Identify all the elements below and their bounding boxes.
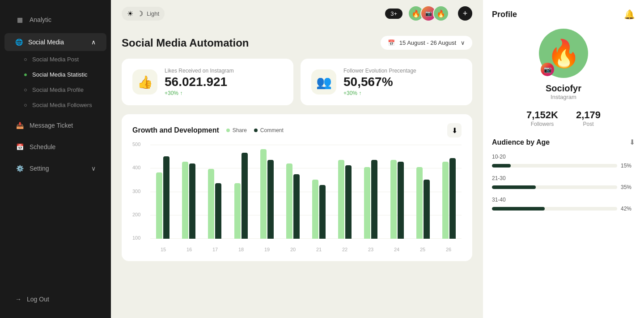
sidebar-subitem-social-media-profile[interactable]: Social Media Profile xyxy=(13,82,106,97)
chevron-down-icon: ∨ xyxy=(461,39,465,46)
bell-icon[interactable]: 🔔 xyxy=(624,9,635,20)
right-panel: Profile 🔔 🔥 📷 Sociofyr Instagram 7,152K … xyxy=(483,0,644,318)
moon-icon[interactable]: ☽ xyxy=(137,9,143,18)
theme-toggle[interactable]: ☀ ☽ Light xyxy=(122,7,165,21)
theme-label: Light xyxy=(147,10,159,17)
audience-section: Audience by Age ⬇ 10-20 15% 21-30 35% 31… xyxy=(492,138,635,218)
legend-share-label: Share xyxy=(233,127,247,133)
avatar: 🔥 📷 xyxy=(539,29,588,78)
chevron-up-icon: ∧ xyxy=(91,39,96,46)
bar-comment xyxy=(424,180,430,239)
sidebar-item-analytic[interactable]: ▦ Analytic xyxy=(4,10,106,30)
stat-post: 2,179 Post xyxy=(576,109,601,127)
legend-share: Share xyxy=(226,127,247,133)
sun-icon[interactable]: ☀ xyxy=(127,9,133,18)
chart-legend: Share Comment xyxy=(226,127,284,133)
sidebar-item-schedule[interactable]: 📅 Schedule xyxy=(4,137,106,157)
sidebar-item-setting[interactable]: ⚙️ Setting ∨ xyxy=(4,159,106,178)
bar-comment xyxy=(163,156,169,239)
age-pct-label: 35% xyxy=(621,184,635,190)
sidebar-subitem-social-media-post[interactable]: Social Media Post xyxy=(13,52,106,67)
bar-group xyxy=(280,163,305,239)
stat-followers: 7,152K Followers xyxy=(526,109,558,127)
bar-group xyxy=(332,160,357,239)
bar-comment xyxy=(215,183,221,239)
bar-share xyxy=(312,180,318,239)
age-bar-fill xyxy=(492,164,511,168)
x-label: 18 xyxy=(228,247,254,252)
x-labels: 151617181920212223242526 xyxy=(150,247,462,252)
bar-share xyxy=(416,167,423,239)
sidebar-group-header-social-media[interactable]: 🌐 Social Media ∧ xyxy=(4,33,106,51)
avatar-3: 🔥 xyxy=(433,5,449,21)
sidebar-group-label: Social Media xyxy=(28,39,64,46)
audience-header: Audience by Age ⬇ xyxy=(492,138,635,146)
sidebar: ▦ Analytic 🌐 Social Media ∧ Social Media… xyxy=(0,0,111,318)
bar-group xyxy=(306,180,331,239)
logout-button[interactable]: → Log Out xyxy=(4,290,106,308)
x-label: 16 xyxy=(176,247,202,252)
x-label: 26 xyxy=(436,247,462,252)
bar-group xyxy=(254,149,280,239)
dot-icon xyxy=(24,104,27,107)
bar-share xyxy=(234,183,241,239)
age-bar-track xyxy=(492,207,617,211)
age-group: 21-30 35% xyxy=(492,175,635,190)
sidebar-item-label: Analytic xyxy=(30,16,51,23)
sidebar-item-label: Schedule xyxy=(30,143,55,150)
legend-comment-label: Comment xyxy=(260,127,284,133)
x-label: 19 xyxy=(254,247,280,252)
x-label: 23 xyxy=(358,247,384,252)
bar-comment xyxy=(371,160,377,239)
analytic-icon: ▦ xyxy=(15,15,24,24)
sidebar-item-message-ticket[interactable]: 📥 Message Ticket xyxy=(4,116,106,135)
post-label: Post xyxy=(576,121,601,127)
dashboard-header: Social Media Automation 📅 15 August - 26… xyxy=(122,36,472,50)
sidebar-subitem-social-media-followers[interactable]: Social Media Followers xyxy=(13,98,106,112)
chart-area: 500 400 300 200 100 15161718192021222324… xyxy=(132,145,462,252)
bar-share xyxy=(156,172,162,239)
sidebar-subitems: Social Media Post Social Media Statistic… xyxy=(0,52,111,112)
dot-icon xyxy=(24,58,27,61)
sidebar-subitem-social-media-statistic[interactable]: Social Media Statistic xyxy=(13,67,106,82)
x-label: 22 xyxy=(332,247,358,252)
age-bar-track xyxy=(492,185,617,189)
age-group: 31-40 42% xyxy=(492,197,635,212)
download-chart-button[interactable]: ⬇ xyxy=(447,123,462,138)
bar-comment xyxy=(189,163,195,239)
subitem-label: Social Media Statistic xyxy=(32,71,88,78)
follower-icon: 👥 xyxy=(311,69,336,95)
page-title: Social Media Automation xyxy=(122,37,249,49)
bar-comment xyxy=(345,165,352,239)
stat-value-follower: 50,567% xyxy=(343,76,462,88)
logout-label: Log Out xyxy=(27,296,49,303)
subitem-label: Social Media Profile xyxy=(32,86,84,93)
profile-stats: 7,152K Followers 2,179 Post xyxy=(492,109,635,127)
date-picker[interactable]: 📅 15 August - 26 August ∨ xyxy=(381,36,472,50)
user-count-badge: 3+ xyxy=(385,9,402,19)
topbar-right: 3+ 🔥 📷 🔥 + xyxy=(385,5,472,21)
bar-group xyxy=(229,153,254,239)
bar-share xyxy=(286,163,292,239)
age-groups: 10-20 15% 21-30 35% 31-40 42% xyxy=(492,154,635,212)
bar-group xyxy=(411,167,436,239)
age-pct-label: 15% xyxy=(621,163,635,169)
calendar-icon: 📅 xyxy=(388,39,395,46)
bar-group xyxy=(436,158,462,239)
date-range-label: 15 August - 26 August xyxy=(399,39,456,46)
bar-comment xyxy=(449,158,456,239)
add-user-button[interactable]: + xyxy=(458,6,472,21)
dashboard: Social Media Automation 📅 15 August - 26… xyxy=(111,27,483,318)
bar-group xyxy=(150,156,175,239)
bar-share xyxy=(390,160,397,239)
stat-change-likes: +30% ↑ xyxy=(165,90,283,96)
download-audience-button[interactable]: ⬇ xyxy=(629,138,635,146)
age-range-label: 10-20 xyxy=(492,154,635,160)
comment-dot xyxy=(254,129,258,132)
age-range-label: 21-30 xyxy=(492,175,635,181)
bar-share xyxy=(364,167,370,239)
stat-card-likes: 👍 Likes Received on Instagram 56.021.921… xyxy=(122,59,293,105)
logout-icon: → xyxy=(15,296,21,303)
x-label: 17 xyxy=(202,247,228,252)
stat-card-follower: 👥 Follower Evolution Precentage 50,567% … xyxy=(301,59,472,105)
